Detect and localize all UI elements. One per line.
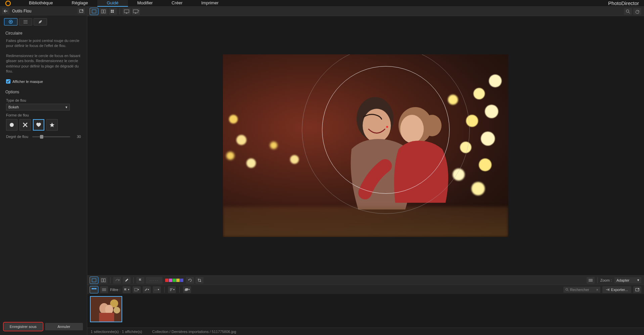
panel-title: Outils Flou	[12, 9, 78, 13]
filter-flag-button[interactable]: ▾	[123, 286, 131, 293]
color-label-red[interactable]	[165, 279, 169, 282]
blur-tab-linear[interactable]	[19, 18, 32, 26]
strip-grid-button[interactable]	[90, 286, 98, 293]
view-screen2-button[interactable]: ▾	[132, 8, 140, 15]
svg-rect-15	[135, 13, 136, 13]
pan-tool-button[interactable]	[633, 8, 641, 15]
svg-rect-28	[95, 288, 96, 289]
blur-shape-row	[6, 119, 81, 131]
focus-center-dot[interactable]	[386, 126, 388, 128]
view-compare-button[interactable]	[99, 8, 107, 15]
cancel-button[interactable]: Annuler	[45, 323, 83, 330]
filter-more-button[interactable]: ···▾	[153, 286, 161, 293]
section-circular-title: Circulaire	[0, 28, 87, 37]
show-mask-input[interactable]	[6, 79, 10, 84]
search-icon	[565, 288, 569, 291]
zoom-tool-button[interactable]	[624, 8, 632, 15]
shape-heart-button[interactable]	[33, 119, 44, 131]
help-text-2: Redimensionnez le cercle de focus en fai…	[0, 52, 87, 78]
svg-rect-29	[135, 288, 137, 291]
svg-rect-24	[101, 279, 103, 282]
search-input[interactable]: Rechercher ×	[563, 287, 600, 293]
app-logo-icon	[3, 0, 13, 6]
flag-button[interactable]	[136, 277, 144, 284]
view-grid-button[interactable]	[109, 8, 117, 15]
chevron-down-icon: ▾	[65, 105, 67, 109]
export-icon	[606, 288, 610, 291]
thumbnail-strip: ✎	[87, 294, 644, 328]
shape-star-button[interactable]	[46, 119, 58, 131]
bokeh-heart-icon	[226, 152, 234, 160]
rating-stars[interactable]: ·····	[146, 277, 163, 284]
color-label-yellow[interactable]	[176, 279, 180, 282]
layout-single-button[interactable]	[90, 277, 98, 284]
photo-preview[interactable]	[223, 54, 508, 237]
export-popout-button[interactable]	[633, 286, 641, 293]
list-toggle-button[interactable]	[587, 277, 595, 284]
blur-tab-circular[interactable]	[4, 18, 17, 26]
sort-button[interactable]: ▾	[168, 286, 176, 293]
svg-rect-9	[112, 10, 114, 11]
view-single-button[interactable]	[90, 8, 98, 15]
show-mask-label: Afficher le masque	[12, 80, 43, 84]
layout-split-button[interactable]	[99, 277, 107, 284]
color-label-green[interactable]	[173, 279, 176, 282]
thumbnail-item[interactable]: ✎	[90, 296, 122, 322]
blur-degree-slider[interactable]: Degré de flou 30	[6, 135, 81, 139]
status-path: Collection / Dernières importations / 51…	[152, 330, 236, 334]
svg-point-4	[10, 123, 14, 127]
svg-rect-23	[92, 279, 96, 282]
bokeh-heart-icon	[473, 88, 485, 99]
blur-type-select[interactable]: Bokeh ▾	[6, 104, 70, 110]
bokeh-heart-icon	[246, 158, 256, 168]
edit-icon-button[interactable]	[123, 277, 131, 284]
focus-inner-circle[interactable]	[322, 66, 450, 194]
menu-guide[interactable]: Guidé	[97, 0, 128, 7]
save-as-button[interactable]: Enregistrer sous	[4, 323, 42, 330]
menu-bibliotheque[interactable]: Bibliothèque	[19, 0, 62, 7]
status-selection: 1 sélectionnée(s) · 1 affichée(s)	[91, 330, 142, 334]
zoom-select[interactable]: Adapter ▾	[614, 277, 641, 283]
slider-thumb[interactable]	[40, 135, 43, 139]
canvas-area[interactable]	[87, 16, 644, 275]
color-label-blue[interactable]	[180, 279, 183, 282]
filter-label: Filtre :	[110, 288, 121, 292]
bokeh-heart-icon	[290, 155, 299, 164]
slider-track[interactable]	[32, 136, 70, 137]
menu-reglage[interactable]: Réglage	[62, 0, 97, 7]
svg-rect-39	[99, 313, 114, 322]
rotate-button[interactable]	[113, 277, 121, 284]
strip-list-button[interactable]	[100, 286, 108, 293]
popout-button[interactable]	[78, 8, 85, 14]
blur-tab-brush[interactable]	[34, 18, 47, 26]
status-bar: 1 sélectionnée(s) · 1 affichée(s) Collec…	[87, 328, 644, 335]
svg-point-32	[566, 288, 568, 290]
stack-button[interactable]: ▾	[183, 286, 191, 293]
blur-type-value: Bokeh	[8, 105, 19, 109]
shape-circle-button[interactable]	[6, 119, 17, 131]
svg-rect-31	[185, 288, 188, 290]
back-button[interactable]	[2, 8, 9, 14]
svg-rect-14	[133, 10, 138, 13]
zoom-value: Adapter	[616, 278, 630, 282]
menu-creer[interactable]: Créer	[162, 0, 192, 7]
svg-rect-27	[93, 288, 95, 289]
export-button[interactable]: Exporter...	[602, 286, 631, 293]
filter-label-button[interactable]: ▾	[133, 286, 141, 293]
color-label-magenta[interactable]	[169, 279, 172, 282]
svg-rect-26	[92, 288, 93, 289]
svg-point-38	[105, 305, 113, 314]
search-clear-button[interactable]: ×	[596, 288, 598, 292]
svg-rect-5	[92, 10, 96, 13]
refresh-button[interactable]	[186, 277, 194, 284]
menu-modifier[interactable]: Modifier	[128, 0, 162, 7]
filter-edit-button[interactable]: ▾	[143, 286, 151, 293]
color-label-row	[164, 277, 185, 284]
menu-imprimer[interactable]: Imprimer	[192, 0, 228, 7]
view-screen1-button[interactable]	[123, 8, 131, 15]
shape-cross-button[interactable]	[19, 119, 31, 131]
show-mask-checkbox[interactable]: Afficher le masque	[0, 77, 87, 87]
blur-shape-label: Forme de flou	[6, 113, 81, 117]
crop-button[interactable]	[195, 277, 203, 284]
zoom-label: Zoom :	[600, 278, 612, 282]
